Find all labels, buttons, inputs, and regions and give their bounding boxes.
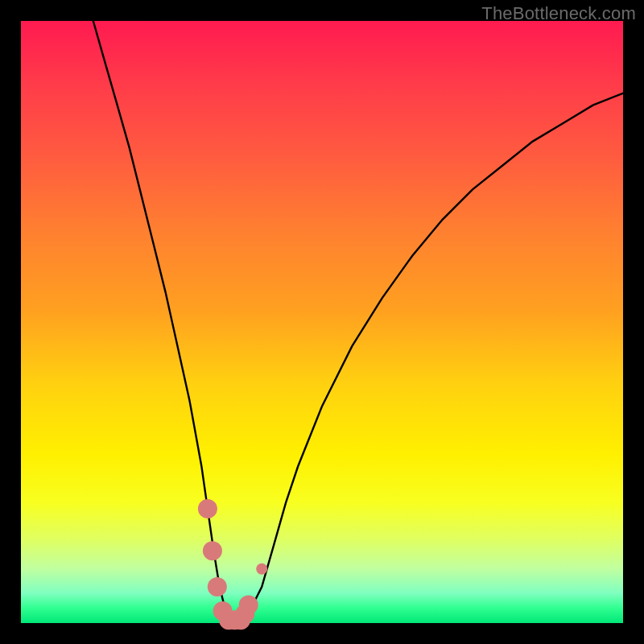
highlight-dot <box>239 596 258 615</box>
highlight-dot <box>198 499 217 518</box>
watermark-text: TheBottleneck.com <box>481 3 636 24</box>
curve-layer <box>21 21 623 623</box>
highlight-dot <box>256 564 267 575</box>
highlight-dot <box>208 577 227 597</box>
highlight-dot <box>203 541 222 560</box>
plot-area <box>21 21 623 623</box>
chart-frame: TheBottleneck.com <box>0 0 644 644</box>
bottleneck-curve <box>93 21 623 623</box>
